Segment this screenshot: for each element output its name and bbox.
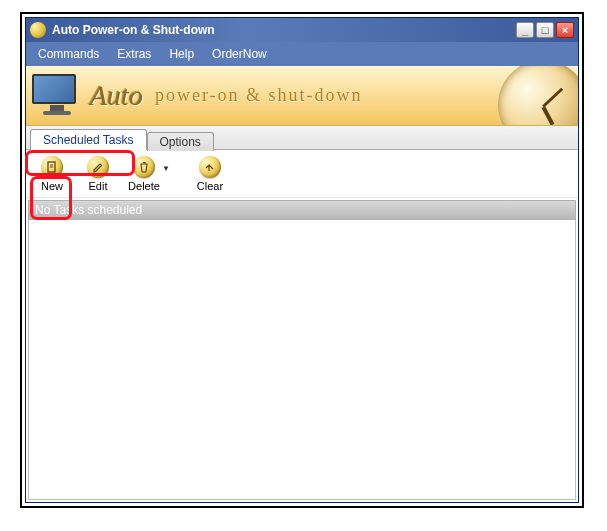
clear-button[interactable]: Clear	[192, 156, 228, 192]
tab-row: Scheduled Tasks Options	[26, 126, 578, 150]
edit-button[interactable]: Edit	[80, 156, 116, 192]
menu-commands[interactable]: Commands	[30, 44, 107, 64]
new-label: New	[41, 180, 63, 192]
menu-extras[interactable]: Extras	[109, 44, 159, 64]
new-button[interactable]: New	[34, 156, 70, 192]
clear-label: Clear	[197, 180, 223, 192]
toolbar: New Edit Delete Clear	[26, 150, 578, 198]
banner-tagline: power-on & shut-down	[155, 85, 363, 106]
task-list-body[interactable]	[28, 220, 576, 500]
monitor-icon	[32, 74, 82, 118]
delete-button[interactable]: Delete	[126, 156, 162, 192]
tab-options[interactable]: Options	[147, 132, 214, 151]
banner: Auto power-on & shut-down	[26, 66, 578, 126]
app-icon	[30, 22, 46, 38]
window-title: Auto Power-on & Shut-down	[52, 23, 514, 37]
task-list: No Tasks scheduled	[28, 200, 576, 500]
app-window: Auto Power-on & Shut-down _ □ × Commands…	[25, 17, 579, 503]
tab-scheduled-tasks[interactable]: Scheduled Tasks	[30, 129, 147, 150]
task-list-empty-message: No Tasks scheduled	[28, 200, 576, 220]
close-button[interactable]: ×	[556, 22, 574, 38]
menubar: Commands Extras Help OrderNow	[26, 42, 578, 66]
maximize-button[interactable]: □	[536, 22, 554, 38]
titlebar: Auto Power-on & Shut-down _ □ ×	[26, 18, 578, 42]
banner-brand: Auto	[90, 80, 143, 112]
minimize-button[interactable]: _	[516, 22, 534, 38]
delete-icon	[133, 156, 155, 178]
clear-icon	[199, 156, 221, 178]
delete-label: Delete	[128, 180, 160, 192]
menu-ordernow[interactable]: OrderNow	[204, 44, 275, 64]
clock-icon	[492, 66, 578, 126]
edit-label: Edit	[89, 180, 108, 192]
edit-icon	[87, 156, 109, 178]
menu-help[interactable]: Help	[161, 44, 202, 64]
new-icon	[41, 156, 63, 178]
